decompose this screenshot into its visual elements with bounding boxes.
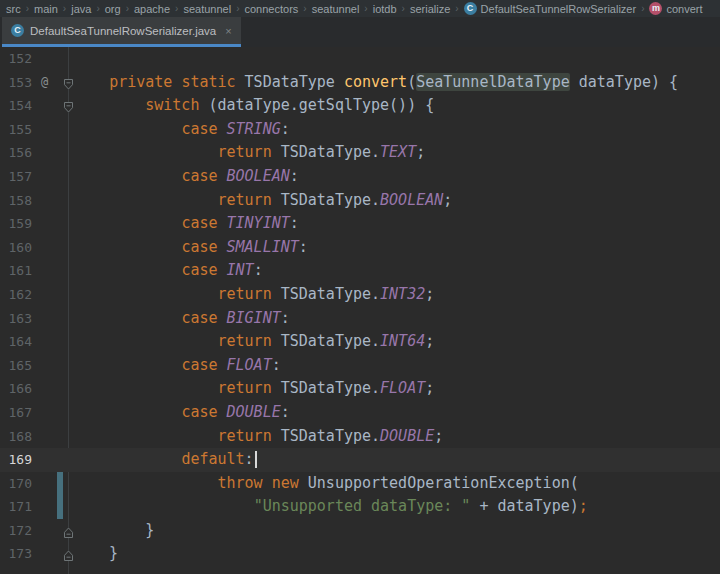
breadcrumb-item[interactable]: src xyxy=(6,3,21,15)
code-token: SeaTunnelDataType xyxy=(416,73,570,91)
breadcrumb-item[interactable]: java xyxy=(71,3,91,15)
breadcrumb-item[interactable]: serialize xyxy=(410,3,450,15)
breadcrumb-label: src xyxy=(6,3,21,15)
code-token: INT32 xyxy=(380,285,425,303)
code-token: } xyxy=(73,521,154,539)
gutter: 166 xyxy=(0,377,73,401)
code-text[interactable]: } xyxy=(73,519,154,543)
line-number[interactable]: 158 xyxy=(0,189,32,213)
breadcrumb-item[interactable]: seatunnel xyxy=(183,3,231,15)
code-text[interactable]: case TINYINT: xyxy=(73,212,299,236)
code-token: DOUBLE xyxy=(227,403,281,421)
code-token: case xyxy=(181,167,217,185)
code-text[interactable]: default: xyxy=(73,448,257,472)
breadcrumb-item[interactable]: org xyxy=(105,3,121,15)
line-number[interactable]: 156 xyxy=(0,141,32,165)
line-number[interactable]: 168 xyxy=(0,425,32,449)
line-number[interactable]: 169 xyxy=(0,448,32,472)
breadcrumb-item[interactable]: CDefaultSeaTunnelRowSerializer xyxy=(464,2,637,15)
tab-close-icon[interactable]: × xyxy=(225,25,231,37)
code-text[interactable]: return TSDataType.BOOLEAN; xyxy=(73,189,452,213)
code-token xyxy=(218,214,227,232)
editor-tab[interactable]: C DefaultSeaTunnelRowSerializer.java × xyxy=(2,17,241,47)
line-number[interactable]: 166 xyxy=(0,377,32,401)
code-text[interactable]: switch (dataType.getSqlType()) { xyxy=(73,94,434,118)
code-text[interactable]: } xyxy=(73,542,118,566)
line-number[interactable]: 164 xyxy=(0,330,32,354)
fold-icon[interactable] xyxy=(62,524,75,537)
code-token: FLOAT xyxy=(227,356,272,374)
code-text[interactable]: case SMALLINT: xyxy=(73,236,308,260)
code-token xyxy=(218,309,227,327)
code-token: UnsupportedOperationException( xyxy=(299,474,579,492)
breadcrumb-item[interactable]: seatunnel xyxy=(312,3,360,15)
code-text[interactable]: case DOUBLE: xyxy=(73,401,290,425)
line-number[interactable]: 161 xyxy=(0,259,32,283)
breadcrumb-item[interactable]: iotdb xyxy=(373,3,397,15)
line-number[interactable]: 173 xyxy=(0,542,32,566)
breadcrumb-separator: › xyxy=(63,3,66,14)
breadcrumb-item[interactable]: mconvert xyxy=(649,2,702,15)
line-number[interactable]: 171 xyxy=(0,495,32,519)
gutter: 163 xyxy=(0,307,73,331)
line-number[interactable]: 165 xyxy=(0,354,32,378)
code-text[interactable]: "Unsupported dataType: " + dataType); xyxy=(73,495,588,519)
code-text[interactable]: case FLOAT: xyxy=(73,354,281,378)
code-line: 168 return TSDataType.DOUBLE; xyxy=(0,425,720,449)
gutter: 173 xyxy=(0,542,73,566)
line-number[interactable]: 152 xyxy=(0,47,32,71)
line-number[interactable]: 162 xyxy=(0,283,32,307)
code-text[interactable]: return TSDataType.DOUBLE; xyxy=(73,425,443,449)
line-number[interactable]: 163 xyxy=(0,307,32,331)
fold-icon[interactable] xyxy=(62,547,75,560)
code-text[interactable]: return TSDataType.TEXT; xyxy=(73,141,425,165)
code-token: case xyxy=(181,261,217,279)
tab-title: DefaultSeaTunnelRowSerializer.java xyxy=(30,25,216,37)
code-text[interactable]: return TSDataType.INT64; xyxy=(73,330,434,354)
code-token: case xyxy=(181,238,217,256)
code-line: 161 case INT: xyxy=(0,259,720,283)
code-text[interactable]: throw new UnsupportedOperationException( xyxy=(73,472,579,496)
code-text[interactable]: case INT: xyxy=(73,259,263,283)
breadcrumb-separator: › xyxy=(175,3,178,14)
breadcrumb-separator: › xyxy=(236,3,239,14)
line-number[interactable]: 170 xyxy=(0,472,32,496)
code-token: : xyxy=(299,238,308,256)
fold-icon[interactable] xyxy=(62,76,75,89)
code-text[interactable]: case BOOLEAN: xyxy=(73,165,299,189)
code-token: "Unsupported dataType: " xyxy=(254,497,471,515)
code-token: ; xyxy=(425,379,434,397)
line-number[interactable]: 159 xyxy=(0,212,32,236)
code-token: return xyxy=(218,191,272,209)
code-token: ; xyxy=(443,191,452,209)
code-text[interactable]: return TSDataType.FLOAT; xyxy=(73,377,434,401)
code-line: 163 case BIGINT: xyxy=(0,307,720,331)
gutter: 154 xyxy=(0,94,73,118)
breadcrumb-item[interactable]: apache xyxy=(134,3,170,15)
code-text[interactable]: private static TSDataType convert(SeaTun… xyxy=(73,71,678,95)
line-number[interactable]: 167 xyxy=(0,401,32,425)
change-marker xyxy=(57,495,63,519)
code-editor[interactable]: 152153@ private static TSDataType conver… xyxy=(0,47,720,574)
code-text[interactable]: case BIGINT: xyxy=(73,307,290,331)
code-token: ; xyxy=(425,332,434,350)
line-number[interactable]: 172 xyxy=(0,519,32,543)
code-line: 173 } xyxy=(0,542,720,566)
annotation-icon: @ xyxy=(41,71,48,95)
code-token: case xyxy=(181,356,217,374)
gutter: 170 xyxy=(0,472,73,496)
code-line: 166 return TSDataType.FLOAT; xyxy=(0,377,720,401)
code-token xyxy=(73,427,218,445)
line-number[interactable]: 160 xyxy=(0,236,32,260)
fold-icon[interactable] xyxy=(62,99,75,112)
breadcrumb-item[interactable]: main xyxy=(34,3,58,15)
breadcrumb-item[interactable]: connectors xyxy=(244,3,298,15)
line-number[interactable]: 154 xyxy=(0,94,32,118)
line-number[interactable]: 153 xyxy=(0,71,32,95)
line-number[interactable]: 155 xyxy=(0,118,32,142)
code-text[interactable]: case STRING: xyxy=(73,118,290,142)
gutter: 156 xyxy=(0,141,73,165)
code-token: BOOLEAN xyxy=(227,167,290,185)
code-text[interactable]: return TSDataType.INT32; xyxy=(73,283,434,307)
line-number[interactable]: 157 xyxy=(0,165,32,189)
